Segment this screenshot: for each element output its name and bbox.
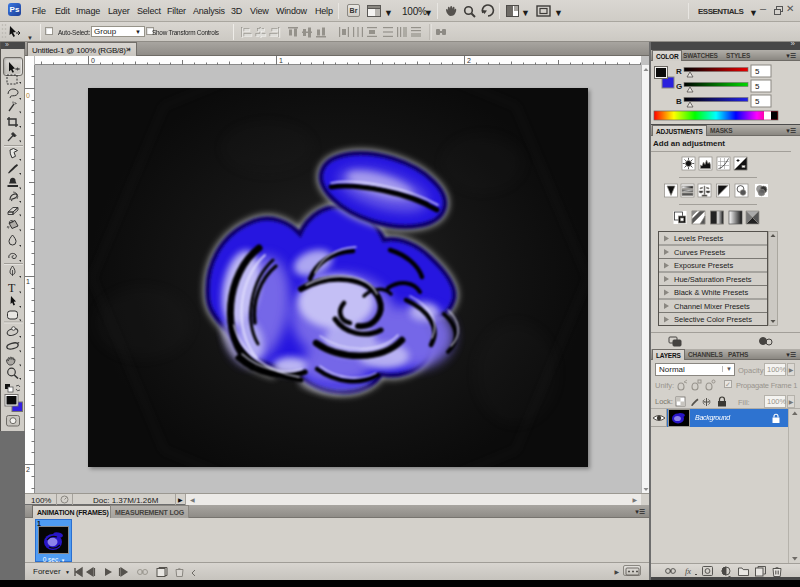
svg-text:1: 1 — [279, 57, 283, 64]
svg-text:2: 2 — [467, 57, 471, 64]
svg-text:T: T — [8, 281, 16, 295]
svg-text:fx: fx — [685, 566, 691, 576]
svg-text:Channel Mixer Presets: Channel Mixer Presets — [674, 302, 750, 311]
svg-text:1: 1 — [26, 278, 30, 285]
svg-text:Selective Color Presets: Selective Color Presets — [674, 315, 752, 324]
svg-text:G: G — [676, 82, 682, 91]
svg-text:B: B — [676, 97, 682, 106]
svg-text:Exposure Presets: Exposure Presets — [674, 261, 733, 270]
svg-text:Curves Presets: Curves Presets — [674, 248, 726, 257]
svg-text:5: 5 — [755, 97, 760, 106]
svg-text:R: R — [676, 67, 682, 76]
svg-text:0: 0 — [26, 92, 30, 99]
svg-text:2: 2 — [26, 466, 30, 473]
svg-text:5: 5 — [755, 82, 760, 91]
svg-text:Levels Presets: Levels Presets — [674, 234, 723, 243]
svg-text:0: 0 — [91, 57, 95, 64]
svg-text:Hue/Saturation Presets: Hue/Saturation Presets — [674, 275, 752, 284]
svg-text:Black & White Presets: Black & White Presets — [674, 288, 748, 297]
svg-text:5: 5 — [755, 67, 760, 76]
